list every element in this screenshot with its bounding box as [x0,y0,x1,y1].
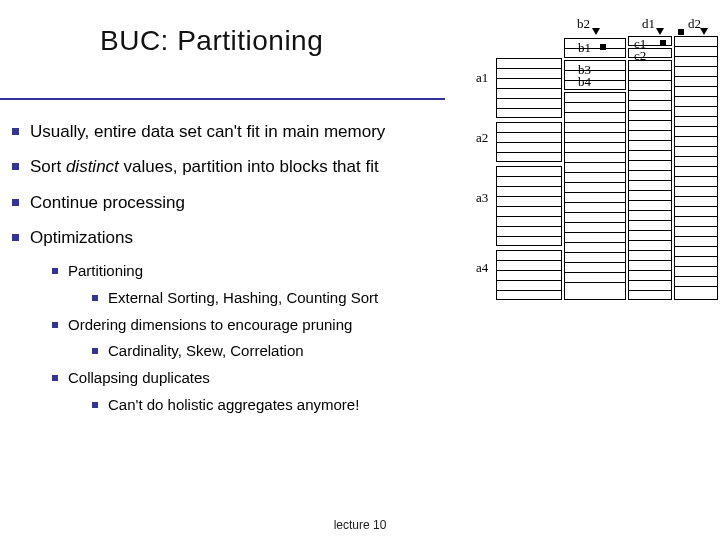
bullet-4-3: Collapsing duplicates [52,369,512,388]
slide-footer: lecture 10 [0,518,720,532]
bullet-icon [52,268,58,274]
chevron-down-icon [656,28,664,35]
bullet-4: Optimizations [12,227,512,248]
bullet-4-1-1: External Sorting, Hashing, Counting Sort [92,289,512,308]
bullet-1: Usually, entire data set can't fit in ma… [12,121,512,142]
grid-d [674,36,718,300]
label-a2: a2 [476,130,488,146]
bullet-4-1: Partitioning [52,262,512,281]
bullet-4-2-1-text: Cardinality, Skew, Correlation [108,342,304,359]
bullet-4-2: Ordering dimensions to encourage pruning [52,316,512,335]
bullet-1-text: Usually, entire data set can't fit in ma… [30,122,385,141]
bullet-2-em: distinct [66,157,119,176]
bullet-icon [12,199,19,206]
grid-a3 [496,166,562,246]
label-a4: a4 [476,260,488,276]
bullet-4-2-text: Ordering dimensions to encourage pruning [68,316,352,333]
bullet-4-2-1: Cardinality, Skew, Correlation [92,342,512,361]
grid-b-rest [564,92,626,300]
label-d1: d1 [642,16,655,32]
bullet-4-3-1-text: Can't do holistic aggregates anymore! [108,396,359,413]
grid-b1 [564,38,626,58]
bullet-icon [12,163,19,170]
slide-body: Usually, entire data set can't fit in ma… [12,115,512,423]
grid-c-rest [628,60,672,300]
bullet-4-1-1-text: External Sorting, Hashing, Counting Sort [108,289,378,306]
bullet-icon [52,375,58,381]
bullet-4-text: Optimizations [30,228,133,247]
chevron-down-icon [700,28,708,35]
bullet-2: Sort distinct values, partition into blo… [12,156,512,177]
partition-diagram: b2 d1 d2 b1 c1 c2 a1 a2 a3 a4 b3 b4 [464,14,720,302]
bullet-3-text: Continue processing [30,193,185,212]
bullet-4-3-text: Collapsing duplicates [68,369,210,386]
bullet-3: Continue processing [12,192,512,213]
grid-a1 [496,58,562,118]
bullet-icon [12,128,19,135]
title-underline [0,98,445,100]
grid-a4 [496,250,562,300]
bullet-icon [92,348,98,354]
label-a3: a3 [476,190,488,206]
grid-c2 [628,48,672,58]
grid-a2 [496,122,562,162]
bullet-4-3-1: Can't do holistic aggregates anymore! [92,396,512,415]
label-b2: b2 [577,16,590,32]
bullet-2-post: values, partition into blocks that fit [119,157,379,176]
bullet-icon [12,234,19,241]
grid-c1 [628,36,672,46]
slide-title-wrap: BUC: Partitioning [100,25,323,57]
label-a1: a1 [476,70,488,86]
slide-title: BUC: Partitioning [100,25,323,57]
bullet-icon [52,322,58,328]
bullet-icon [92,402,98,408]
bullet-icon [92,295,98,301]
bullet-4-1-text: Partitioning [68,262,143,279]
grid-b2 [564,60,626,90]
diagram-dot [678,29,684,35]
bullet-2-pre: Sort [30,157,66,176]
chevron-down-icon [592,28,600,35]
